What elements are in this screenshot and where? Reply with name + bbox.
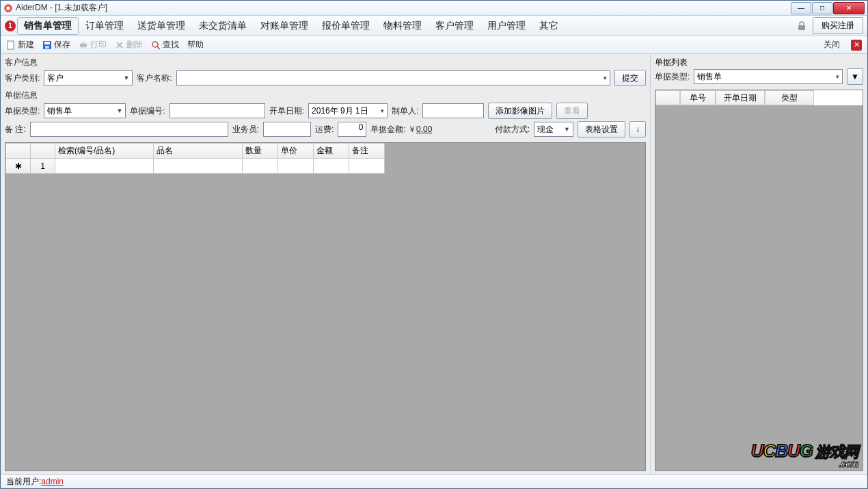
menu-sales[interactable]: 销售单管理 — [17, 17, 79, 35]
col-amount[interactable]: 金额 — [314, 144, 349, 159]
right-group-label: 单据列表 — [655, 57, 863, 68]
cell-name[interactable] — [154, 159, 243, 174]
print-button[interactable]: 打印 — [79, 39, 107, 51]
watermark: UCBUG游戏网 .com — [751, 440, 858, 469]
freight-input[interactable]: 0 — [338, 122, 366, 137]
svg-rect-6 — [45, 46, 49, 49]
doc-list-header: 单号 开单日期 类型 — [655, 90, 863, 105]
col-name[interactable]: 品名 — [154, 144, 243, 159]
menu-material[interactable]: 物料管理 — [377, 17, 429, 35]
cell-price[interactable] — [278, 159, 314, 174]
toolbar: 新建 保存 打印 删除 查找 帮助 关闭 ✕ — [1, 36, 867, 54]
menu-quote[interactable]: 报价单管理 — [315, 17, 377, 35]
right-dropdown-button[interactable]: ▼ — [847, 68, 863, 85]
right-type-value: 销售单 — [697, 71, 722, 83]
col-qty[interactable]: 数量 — [243, 144, 278, 159]
col-price[interactable]: 单价 — [278, 144, 314, 159]
new-label: 新建 — [18, 39, 34, 51]
customer-group-label: 客户信息 — [5, 57, 646, 68]
grid-corner — [6, 144, 31, 159]
freight-label: 运费: — [315, 124, 334, 135]
cell-qty[interactable] — [243, 159, 278, 174]
list-col-type[interactable]: 类型 — [765, 90, 814, 105]
customer-group: 客户信息 客户类别: 客户 ▼ 客户名称: ▾ 提交 — [5, 57, 646, 88]
svg-point-1 — [6, 6, 10, 10]
delete-button[interactable]: 删除 — [115, 39, 143, 51]
titlebar: AiderDM - [1.未加载客户] — □ ✕ — [1, 1, 867, 16]
help-button[interactable]: 帮助 — [187, 39, 204, 51]
doc-list-wrap: 单号 开单日期 类型 UCBUG游戏网 .com — [655, 90, 863, 471]
order-date-value: 2016年 9月 1日 — [312, 105, 368, 117]
chevron-down-icon: ▼ — [116, 107, 122, 114]
menubar: 1 销售单管理 订单管理 送货单管理 未交货清单 对账单管理 报价单管理 物料管… — [1, 16, 867, 36]
down-button[interactable]: ↓ — [629, 121, 646, 137]
order-type-value: 销售单 — [47, 105, 72, 117]
cell-amount[interactable] — [314, 159, 349, 174]
pay-value: 现金 — [537, 124, 554, 135]
menu-orders[interactable]: 订单管理 — [79, 17, 131, 35]
right-type-combo[interactable]: 销售单 ▾ — [694, 69, 843, 84]
table-settings-button[interactable]: 表格设置 — [578, 121, 625, 137]
search-label: 查找 — [163, 39, 179, 51]
menu-other[interactable]: 其它 — [532, 17, 565, 35]
save-button[interactable]: 保存 — [42, 39, 70, 51]
order-type-label: 单据类型: — [5, 105, 40, 117]
delete-label: 删除 — [126, 39, 143, 51]
list-col-date[interactable]: 开单日期 — [716, 90, 765, 105]
minimize-button[interactable]: — — [791, 2, 811, 14]
amount-label: 单据金额: ￥0.00 — [370, 124, 432, 135]
menu-delivery[interactable]: 送货单管理 — [131, 17, 192, 35]
close-tab-label: 关闭 — [824, 39, 840, 51]
print-icon — [79, 40, 88, 50]
submit-button[interactable]: 提交 — [614, 70, 646, 86]
view-button[interactable]: 查看 — [556, 103, 588, 119]
order-maker-input[interactable] — [422, 103, 484, 118]
order-date-picker[interactable]: 2016年 9月 1日 ▾ — [308, 103, 388, 118]
menu-undelivered[interactable]: 未交货清单 — [192, 17, 254, 35]
right-pane: 单据列表 单据类型: 销售单 ▾ ▼ 单号 开单日期 类型 UCBUG游戏网 — [650, 54, 867, 474]
menu-statement[interactable]: 对账单管理 — [254, 17, 315, 35]
col-search[interactable]: 检索(编号/品名) — [55, 144, 154, 159]
menu-customer[interactable]: 客户管理 — [429, 17, 480, 35]
window-title: AiderDM - [1.未加载客户] — [16, 2, 790, 14]
order-group-label: 单据信息 — [5, 90, 646, 101]
close-button[interactable]: ✕ — [833, 2, 865, 14]
items-grid[interactable]: 检索(编号/品名) 品名 数量 单价 金额 备注 ✱ 1 — [5, 143, 385, 174]
remark-label: 备 注: — [5, 124, 26, 135]
menu-user[interactable]: 用户管理 — [480, 17, 532, 35]
notification-badge: 1 — [5, 21, 16, 31]
add-image-button[interactable]: 添加影像图片 — [488, 103, 552, 119]
customer-name-combo[interactable]: ▾ — [176, 70, 610, 85]
status-user-link[interactable]: admin — [41, 477, 64, 486]
right-type-label: 单据类型: — [655, 71, 690, 83]
app-icon — [3, 3, 13, 13]
remark-input[interactable] — [30, 122, 228, 137]
lock-icon — [796, 21, 807, 31]
svg-rect-2 — [798, 25, 805, 30]
table-row[interactable]: ✱ 1 — [6, 159, 385, 174]
col-remark[interactable]: 备注 — [349, 144, 385, 159]
chevron-down-icon: ▼ — [123, 75, 129, 81]
new-icon — [6, 40, 16, 50]
staff-label: 业务员: — [232, 124, 259, 135]
close-tab-button[interactable]: ✕ — [851, 40, 862, 51]
pay-combo[interactable]: 现金 ▼ — [534, 122, 573, 137]
order-type-combo[interactable]: 销售单 ▼ — [44, 103, 126, 118]
customer-type-combo[interactable]: 客户 ▼ — [44, 70, 133, 85]
items-grid-wrap: 检索(编号/品名) 品名 数量 单价 金额 备注 ✱ 1 — [5, 142, 646, 471]
staff-input[interactable] — [263, 122, 311, 137]
status-label: 当前用户: — [6, 476, 41, 488]
list-col-number[interactable]: 单号 — [680, 90, 716, 105]
new-button[interactable]: 新建 — [6, 39, 34, 51]
chevron-down-icon: ▾ — [603, 75, 607, 81]
chevron-down-icon: ▾ — [836, 73, 839, 80]
order-number-input[interactable] — [169, 103, 265, 118]
search-button[interactable]: 查找 — [151, 39, 179, 51]
customer-type-value: 客户 — [47, 72, 64, 84]
cell-remark[interactable] — [349, 159, 385, 174]
maximize-button[interactable]: □ — [812, 2, 832, 14]
register-button[interactable]: 购买注册 — [813, 17, 863, 34]
cell-search[interactable] — [55, 159, 154, 174]
svg-rect-9 — [81, 47, 85, 49]
statusbar: 当前用户: admin — [1, 475, 867, 488]
